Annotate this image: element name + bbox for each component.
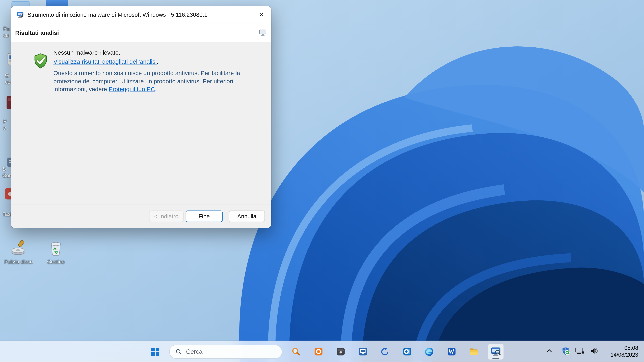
mrt-wizard-window: Strumento di rimozione malware di Micros…: [11, 6, 271, 228]
protect-your-pc-link[interactable]: Proteggi il tuo PC: [109, 86, 155, 92]
cancel-button[interactable]: Annulla: [229, 210, 265, 222]
titlebar[interactable]: Strumento di rimozione malware di Micros…: [11, 6, 271, 23]
close-button[interactable]: ×: [252, 6, 271, 23]
taskbar: 05:08 14/08/2023: [0, 341, 644, 362]
taskbar-sync-app[interactable]: [377, 344, 393, 360]
start-button[interactable]: [147, 344, 164, 360]
taskbar-word[interactable]: [443, 344, 460, 360]
clock-time: 05:08: [604, 345, 638, 352]
monitor-icon: [259, 29, 267, 36]
desktop-shortcut-2-label[interactable]: Gco: [5, 72, 10, 85]
taskbar-office-app[interactable]: [310, 344, 326, 360]
wizard-footer: < Indietro Fine Annulla: [11, 204, 271, 228]
taskbar-edge[interactable]: [421, 344, 438, 360]
taskbar-dark-app[interactable]: [332, 344, 349, 360]
network-display-icon: [575, 346, 585, 355]
antivirus-note-suffix: .: [155, 86, 157, 92]
search-input[interactable]: [186, 348, 268, 355]
antivirus-note: Questo strumento non sostituisce un prod…: [53, 69, 245, 93]
tray-network-button[interactable]: [575, 346, 585, 357]
disk-cleanup-shortcut[interactable]: [10, 240, 27, 258]
search-icon: [176, 348, 182, 355]
mrt-app-icon: [16, 11, 24, 18]
recycle-bin-icon: [48, 239, 64, 257]
defender-shield-icon: [561, 346, 570, 355]
details-suffix: .: [157, 58, 158, 65]
outlook-icon: [402, 347, 412, 356]
mrt-taskbar-icon: [490, 346, 501, 357]
recycle-bin[interactable]: [48, 239, 64, 259]
taskbar-search-app[interactable]: [288, 344, 304, 360]
desktop-shortcut-1-label[interactable]: Pacu: [3, 25, 10, 38]
dark-app-icon: [336, 347, 345, 356]
file-explorer-icon: [468, 347, 479, 357]
taskbar-vm-app[interactable]: [354, 344, 371, 360]
page-title: Risultati analisi: [15, 29, 59, 36]
taskbar-search-box[interactable]: [169, 345, 282, 359]
disk-cleanup-icon: [10, 240, 27, 256]
window-title: Strumento di rimozione malware di Micros…: [28, 11, 207, 18]
disk-cleanup-label[interactable]: Pulizia disco: [2, 259, 35, 265]
scan-status-text: Nessun malware rilevato.: [53, 49, 245, 56]
desktop-shortcut-3-label[interactable]: Pc: [3, 118, 7, 131]
office-app-icon: [314, 347, 323, 356]
word-icon: [446, 347, 456, 356]
taskbar-mrt-active[interactable]: [488, 344, 504, 360]
tray-clock[interactable]: 05:08 14/08/2023: [604, 345, 638, 358]
wizard-header: Risultati analisi: [11, 23, 271, 42]
search-app-icon: [291, 347, 301, 357]
details-link-line: Visualizza risultati dettagliati dell'an…: [53, 58, 245, 65]
tray-chevron-button[interactable]: [544, 346, 554, 357]
active-window-indicator: [492, 358, 499, 359]
chevron-up-icon: [544, 346, 554, 355]
windows-logo-icon: [151, 348, 159, 356]
desktop-shortcut-4-label[interactable]: SCon: [2, 166, 12, 179]
tray-volume-button[interactable]: [590, 346, 599, 357]
vm-app-icon: [358, 347, 367, 356]
tray-security-button[interactable]: [561, 346, 570, 357]
back-button[interactable]: < Indietro: [149, 210, 184, 222]
view-detailed-results-link[interactable]: Visualizza risultati dettagliati dell'an…: [53, 58, 157, 65]
wizard-body: Nessun malware rilevato. Visualizza risu…: [11, 42, 271, 204]
recycle-bin-label[interactable]: Cestino: [40, 259, 72, 265]
taskbar-file-explorer[interactable]: [466, 344, 482, 360]
sync-icon: [380, 347, 390, 357]
taskbar-outlook[interactable]: [399, 344, 415, 360]
edge-icon: [424, 347, 434, 357]
screen: Pacu Gco Pc SCon Task: [0, 0, 644, 362]
clock-date: 14/08/2023: [604, 352, 638, 358]
green-shield-check-icon: [33, 53, 48, 71]
finish-button[interactable]: Fine: [186, 210, 222, 222]
volume-icon: [590, 346, 599, 355]
